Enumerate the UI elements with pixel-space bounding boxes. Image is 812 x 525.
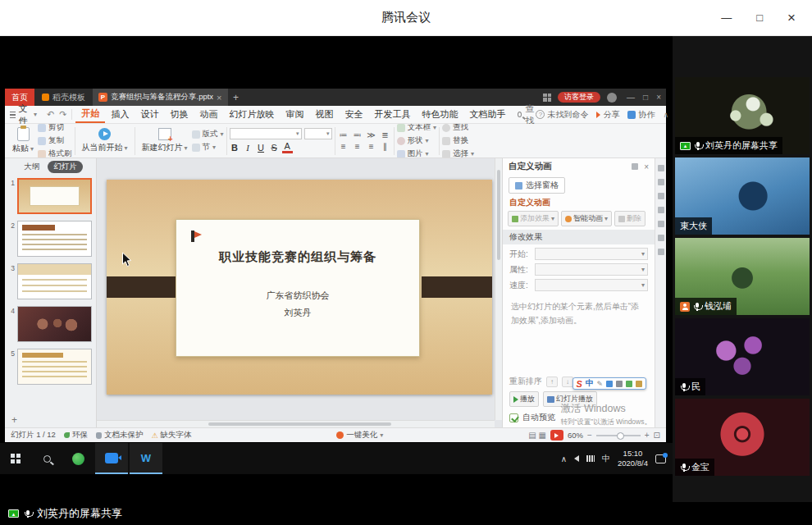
add-effect-button[interactable]: 添加效果▾ <box>508 211 559 226</box>
ime-indicator[interactable]: 中 <box>602 453 610 464</box>
ime-keyboard-icon[interactable] <box>616 381 623 387</box>
ime-pen-icon[interactable]: ✎ <box>596 380 603 388</box>
smart-animation-button[interactable]: 智能动画▾ <box>561 211 612 226</box>
columns-icon[interactable]: ∥ <box>380 142 391 151</box>
undo-button[interactable]: ↶ <box>47 109 54 120</box>
layout-button[interactable]: 版式▾ <box>192 129 224 139</box>
slide-thumbnail-4[interactable]: 4 <box>7 306 92 342</box>
close-tab-icon[interactable]: × <box>217 93 221 103</box>
slide-thumbnail-2[interactable]: 2 <box>7 221 92 257</box>
tab-developer[interactable]: 开发工具 <box>368 106 416 123</box>
taskbar-clock[interactable]: 15:10 2020/8/4 <box>618 449 648 468</box>
slide-title-card[interactable]: 职业技能竞赛的组织与筹备 广东省纺织协会 刘英丹 <box>176 219 420 357</box>
maximize-button[interactable]: □ <box>756 12 763 23</box>
collapse-ribbon-icon[interactable]: ∧ <box>663 111 668 119</box>
font-family-combo[interactable]: ▾ <box>230 128 302 139</box>
shape-button[interactable]: 形状▾ <box>397 135 437 146</box>
copy-button[interactable]: 复制 <box>38 135 72 146</box>
panel-tool-icon-5[interactable] <box>658 221 664 227</box>
horizontal-scrollbar[interactable] <box>97 420 495 427</box>
slide-1[interactable]: 职业技能竞赛的组织与筹备 广东省纺织协会 刘英丹 <box>107 180 492 395</box>
participant-tile-4[interactable]: 民 <box>675 318 810 395</box>
taskbar-green-app[interactable] <box>62 443 94 474</box>
start-button[interactable] <box>0 443 31 474</box>
panel-tool-icon-6[interactable] <box>658 235 664 241</box>
guest-login-button[interactable]: 访客登录 <box>558 92 600 103</box>
tab-home[interactable]: 开始 <box>75 106 105 123</box>
command-search[interactable]: 查找 <box>518 103 536 127</box>
select-button[interactable]: 选择▾ <box>442 148 474 158</box>
panel-tool-icon-7[interactable] <box>658 249 664 255</box>
align-right-icon[interactable]: ≡ <box>366 142 377 151</box>
wps-minimize-button[interactable]: — <box>627 93 635 102</box>
auto-preview-checkbox[interactable] <box>509 413 518 422</box>
apps-grid-icon[interactable] <box>543 94 551 102</box>
slideshow-play-button[interactable]: 幻灯片播放 <box>543 391 597 407</box>
slides-tab[interactable]: 幻灯片 <box>48 161 83 173</box>
bold-button[interactable]: B <box>230 143 240 153</box>
property-combo[interactable]: ▾ <box>535 263 648 276</box>
tab-insert[interactable]: 插入 <box>105 106 135 123</box>
font-color-button[interactable]: A <box>282 142 293 153</box>
slide-thumbnail-3[interactable]: 3 <box>7 263 92 299</box>
taskbar-tencent-meeting[interactable] <box>95 443 128 474</box>
panel-tool-icon-4[interactable] <box>658 207 664 213</box>
numbering-icon[interactable]: ≕ <box>352 130 363 139</box>
indent-icon[interactable]: ≫ <box>366 130 377 139</box>
new-tab-button[interactable]: + <box>228 89 244 106</box>
slide-thumbnail-1[interactable]: 1 <box>7 178 92 214</box>
strikethrough-button[interactable]: S <box>269 143 280 153</box>
tab-review[interactable]: 审阅 <box>280 106 309 123</box>
one-click-beautify-button[interactable]: 一键美化 ▾ <box>336 430 383 441</box>
panel-tool-icon-1[interactable] <box>658 165 664 171</box>
tab-slideshow[interactable]: 幻灯片放映 <box>223 106 280 123</box>
slideshow-button[interactable] <box>550 430 563 441</box>
ime-image-icon[interactable] <box>626 381 632 387</box>
sogou-input-toolbar[interactable]: S 中 ✎ <box>573 377 646 390</box>
missing-fonts-warning[interactable]: ⚠ 缺失字体 <box>151 430 191 441</box>
format-painter-button[interactable]: 格式刷 <box>38 148 72 158</box>
zoom-percent[interactable]: 60% <box>568 431 583 440</box>
text-box-button[interactable]: 文本框▾ <box>397 124 437 133</box>
wps-docer-tab[interactable]: 稻壳模板 <box>34 89 93 106</box>
share-button[interactable]: 分享 <box>596 109 619 121</box>
selection-pane-button[interactable]: 选择窗格 <box>509 177 565 194</box>
tray-expand-chevron[interactable]: ∧ <box>561 454 567 463</box>
cut-button[interactable]: 剪切 <box>38 124 72 133</box>
find-button[interactable]: 查找 <box>442 124 474 133</box>
add-slide-button[interactable]: + <box>5 413 96 427</box>
align-center-icon[interactable]: ≡ <box>352 142 363 151</box>
replace-button[interactable]: 替换 <box>442 135 474 146</box>
bullets-icon[interactable]: ≔ <box>338 130 349 139</box>
paste-button[interactable]: 粘贴▾ <box>8 127 38 154</box>
section-button[interactable]: 节▾ <box>192 142 224 153</box>
picture-button[interactable]: 图片▾ <box>397 148 437 158</box>
taskbar-wps-app[interactable]: W <box>130 443 162 474</box>
slide-canvas[interactable]: 职业技能竞赛的组织与筹备 广东省纺织协会 刘英丹 <box>97 158 502 427</box>
file-menu[interactable]: 文件 ▾ <box>10 103 42 127</box>
participant-tile-share[interactable]: ▴ 刘英丹的屏幕共享 <box>675 77 810 154</box>
taskbar-search-button[interactable] <box>31 443 62 474</box>
volume-icon[interactable] <box>574 455 579 462</box>
font-size-combo[interactable]: ▾ <box>304 128 332 139</box>
sogou-logo[interactable]: S <box>577 379 582 389</box>
collab-button[interactable]: 协作 <box>627 109 655 121</box>
close-panel-icon[interactable]: × <box>644 162 649 171</box>
tab-features[interactable]: 特色功能 <box>416 106 463 123</box>
panel-tool-icon-3[interactable] <box>658 193 664 199</box>
zoom-in-button[interactable]: + <box>645 431 650 440</box>
reorder-up-button[interactable]: ↑ <box>546 377 558 387</box>
delete-effect-button[interactable]: 删除 <box>614 211 645 226</box>
ime-mode-chinese[interactable]: 中 <box>586 378 594 389</box>
slide-thumbnail-5[interactable]: 5 <box>7 349 92 385</box>
play-animation-button[interactable]: 播放 <box>509 391 539 407</box>
line-spacing-icon[interactable]: ≣ <box>380 130 391 139</box>
redo-button[interactable]: ↷ <box>59 109 66 120</box>
zoom-slider[interactable] <box>596 435 641 436</box>
underline-button[interactable]: U <box>256 143 267 153</box>
new-slide-button[interactable]: 新建幻灯片▾ <box>138 128 192 153</box>
minimize-button[interactable]: — <box>721 12 732 23</box>
tab-doc-assistant[interactable]: 文档助手 <box>463 106 511 123</box>
outline-tab[interactable]: 大纲 <box>18 161 45 173</box>
tab-transition[interactable]: 切换 <box>164 106 194 123</box>
